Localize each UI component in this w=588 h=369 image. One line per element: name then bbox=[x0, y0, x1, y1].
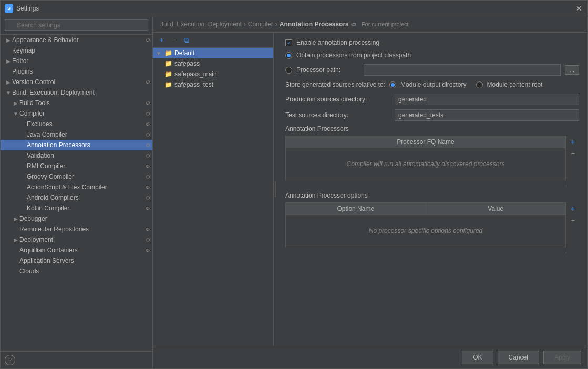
remove-profile-button[interactable]: − bbox=[169, 35, 179, 45]
annotation-processors-table: Processor FQ Name Compiler will run all … bbox=[285, 136, 566, 180]
options-table-empty-message: No processor-specific options configured bbox=[369, 227, 483, 234]
settings-icon: ⚙ bbox=[146, 248, 150, 253]
profile-tree: ▼ 📁 Default 📁 safepass 📁 safepass_m bbox=[153, 48, 273, 346]
settings-icon: ⚙ bbox=[146, 237, 150, 243]
add-processor-button[interactable]: + bbox=[568, 137, 578, 147]
sidebar-item-build-exec[interactable]: ▼ Build, Execution, Deployment bbox=[1, 87, 152, 98]
arrow-icon: ▶ bbox=[5, 58, 12, 64]
profile-item-safepass[interactable]: 📁 safepass bbox=[153, 58, 273, 69]
sidebar-item-rmi-compiler[interactable]: RMI Compiler ⚙ bbox=[1, 161, 152, 171]
obtain-processors-label: Obtain processors from project classpath bbox=[296, 52, 411, 59]
arrow-icon: ▶ bbox=[5, 37, 12, 43]
processor-path-radio[interactable] bbox=[285, 67, 292, 74]
sidebar-item-label: Kotlin Compiler bbox=[27, 204, 69, 212]
sidebar-item-label: Excludes bbox=[27, 120, 53, 128]
sidebar-item-appearance[interactable]: ▶ Appearance & Behavior ⚙ bbox=[1, 35, 152, 45]
ok-button[interactable]: OK bbox=[462, 351, 493, 364]
module-output-radio[interactable] bbox=[389, 81, 396, 88]
test-sources-input[interactable] bbox=[395, 109, 579, 121]
apply-button[interactable]: Apply bbox=[543, 351, 581, 364]
test-sources-label: Test sources directory: bbox=[285, 111, 390, 119]
value-header: Value bbox=[426, 203, 566, 214]
production-sources-label: Production sources directory: bbox=[285, 96, 390, 103]
sidebar-item-label: Build, Execution, Deployment bbox=[12, 89, 95, 96]
remove-processor-button[interactable]: − bbox=[568, 148, 578, 159]
sidebar-item-label: Version Control bbox=[12, 78, 55, 86]
sidebar-item-clouds[interactable]: Clouds bbox=[1, 266, 152, 276]
processor-path-browse-button[interactable]: ... bbox=[565, 65, 579, 75]
enable-annotation-row: Enable annotation processing bbox=[285, 39, 579, 46]
sidebar-item-label: Build Tools bbox=[19, 99, 50, 107]
sidebar-item-build-tools[interactable]: ▶ Build Tools ⚙ bbox=[1, 98, 152, 108]
add-profile-button[interactable]: + bbox=[156, 35, 167, 45]
folder-icon: 📁 bbox=[164, 70, 172, 78]
sidebar-item-plugins[interactable]: Plugins bbox=[1, 66, 152, 77]
sidebar-item-android-compilers[interactable]: Android Compilers ⚙ bbox=[1, 192, 152, 203]
sidebar-item-remote-jar[interactable]: Remote Jar Repositories ⚙ bbox=[1, 224, 152, 234]
add-option-button[interactable]: + bbox=[568, 203, 578, 214]
sidebar-tree: ▶ Appearance & Behavior ⚙ Keymap ▶ Edito… bbox=[1, 35, 152, 351]
settings-icon: ⚙ bbox=[146, 132, 150, 138]
profile-item-safepass-test[interactable]: 📁 safepass_test bbox=[153, 79, 273, 90]
sidebar-item-label: Application Servers bbox=[19, 257, 74, 264]
sidebar-item-java-compiler[interactable]: Java Compiler ⚙ bbox=[1, 129, 152, 140]
sidebar-item-debugger[interactable]: ▶ Debugger bbox=[1, 213, 152, 224]
sidebar-item-arquillian[interactable]: Arquillian Containers ⚙ bbox=[1, 245, 152, 255]
tag-icon: 🏷 bbox=[351, 22, 356, 27]
sidebar-item-version-control[interactable]: ▶ Version Control ⚙ bbox=[1, 77, 152, 87]
options-table-actions: + − bbox=[566, 202, 579, 253]
sidebar-item-groovy-compiler[interactable]: Groovy Compiler ⚙ bbox=[1, 171, 152, 182]
sidebar-item-label: Validation bbox=[27, 152, 54, 159]
sidebar-item-app-servers[interactable]: Application Servers bbox=[1, 255, 152, 266]
breadcrumb-separator-2: › bbox=[275, 20, 277, 28]
processor-path-input[interactable] bbox=[364, 64, 561, 76]
search-wrapper: 🔍 bbox=[5, 19, 148, 31]
settings-icon: ⚙ bbox=[146, 163, 150, 169]
sidebar-item-actionscript[interactable]: ActionScript & Flex Compiler ⚙ bbox=[1, 182, 152, 192]
processor-fq-name-header: Processor FQ Name bbox=[286, 136, 565, 148]
breadcrumb-separator-1: › bbox=[244, 20, 246, 28]
arrow-icon: ▶ bbox=[12, 237, 19, 243]
sidebar-item-deployment[interactable]: ▶ Deployment ⚙ bbox=[1, 234, 152, 245]
sidebar-item-excludes[interactable]: Excludes ⚙ bbox=[1, 119, 152, 129]
search-input[interactable] bbox=[5, 19, 148, 31]
remove-option-button[interactable]: − bbox=[568, 215, 578, 226]
options-table-body: No processor-specific options configured bbox=[286, 215, 565, 247]
settings-icon: ⚙ bbox=[146, 227, 150, 232]
module-content-radio[interactable] bbox=[476, 81, 483, 88]
sidebar-item-kotlin-compiler[interactable]: Kotlin Compiler ⚙ bbox=[1, 203, 152, 213]
sidebar: 🔍 ▶ Appearance & Behavior ⚙ Keymap bbox=[1, 16, 153, 368]
main-panel: Build, Execution, Deployment › Compiler … bbox=[153, 16, 587, 368]
profile-item-safepass-main[interactable]: 📁 safepass_main bbox=[153, 69, 273, 79]
settings-icon: ⚙ bbox=[146, 121, 150, 127]
sidebar-item-label: ActionScript & Flex Compiler bbox=[27, 183, 107, 191]
sidebar-item-keymap[interactable]: Keymap bbox=[1, 45, 152, 56]
settings-window: S Settings ✕ 🔍 ▶ Appearance & Behavior ⚙ bbox=[0, 0, 588, 369]
table-header: Processor FQ Name bbox=[286, 136, 565, 148]
help-button[interactable]: ? bbox=[5, 355, 15, 365]
sidebar-item-compiler[interactable]: ▼ Compiler ⚙ bbox=[1, 108, 152, 119]
sidebar-item-validation[interactable]: Validation ⚙ bbox=[1, 150, 152, 161]
profile-item-default[interactable]: ▼ 📁 Default bbox=[153, 48, 273, 58]
cancel-button[interactable]: Cancel bbox=[498, 351, 539, 364]
sidebar-item-label: Clouds bbox=[19, 268, 39, 275]
sidebar-item-label: Android Compilers bbox=[27, 194, 79, 201]
obtain-processors-radio[interactable] bbox=[285, 52, 292, 59]
settings-icon: ⚙ bbox=[146, 174, 150, 180]
enable-annotation-checkbox[interactable] bbox=[285, 39, 292, 46]
breadcrumb-part-1: Build, Execution, Deployment bbox=[159, 20, 242, 28]
production-sources-input[interactable] bbox=[395, 94, 579, 105]
sidebar-item-editor[interactable]: ▶ Editor bbox=[1, 56, 152, 66]
title-bar: S Settings ✕ bbox=[1, 1, 587, 16]
content-area: + − ⧉ ▼ 📁 Default 📁 bbox=[153, 33, 587, 346]
enable-annotation-label: Enable annotation processing bbox=[296, 39, 379, 46]
window-title: Settings bbox=[16, 5, 39, 12]
table-body: Compiler will run all automatically disc… bbox=[286, 148, 565, 180]
close-button[interactable]: ✕ bbox=[575, 4, 583, 13]
sidebar-item-annotation-processors[interactable]: Annotation Processors ⚙ bbox=[1, 140, 152, 150]
annotation-processors-table-wrapper: Processor FQ Name Compiler will run all … bbox=[285, 136, 579, 187]
copy-profile-button[interactable]: ⧉ bbox=[181, 35, 192, 45]
module-content-label: Module content root bbox=[487, 81, 543, 88]
sidebar-bottom-bar: ? bbox=[1, 351, 152, 368]
breadcrumb-part-2: Compiler bbox=[248, 20, 273, 28]
